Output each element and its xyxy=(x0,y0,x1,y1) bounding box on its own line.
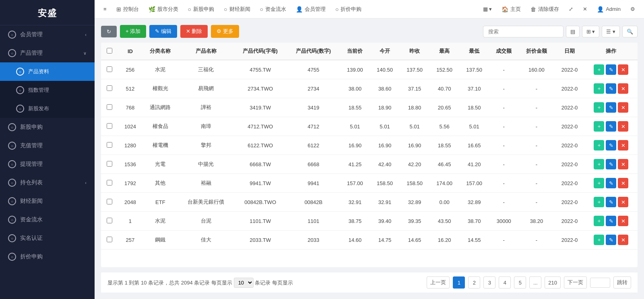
row-checkbox-6[interactable] xyxy=(107,180,112,186)
op-add-btn-7[interactable]: ＋ xyxy=(594,197,604,207)
row-checkbox-1[interactable] xyxy=(107,85,112,91)
nav-member-mgmt[interactable]: 👤 会员管理 xyxy=(292,3,330,15)
op-add-btn-0[interactable]: ＋ xyxy=(594,64,604,75)
row-checkbox-2[interactable] xyxy=(107,104,112,110)
cell-discount: 160.00 xyxy=(518,60,554,79)
sidebar-item-recharge[interactable]: ○ 充值管理 xyxy=(0,136,95,155)
row-checkbox-3[interactable] xyxy=(107,123,112,129)
sidebar-item-real-name[interactable]: ○ 实名认证 xyxy=(0,229,95,247)
page-btn-1[interactable]: 1 xyxy=(453,276,465,289)
nav-home[interactable]: 🏠 主页 xyxy=(497,3,525,15)
table-view-btn[interactable]: ▤ xyxy=(566,26,580,37)
row-checkbox-8[interactable] xyxy=(107,218,112,223)
row-checkbox-5[interactable] xyxy=(107,161,112,167)
more-button[interactable]: ⚙ 更多 xyxy=(211,25,239,38)
op-delete-btn-2[interactable]: ✕ xyxy=(618,102,628,113)
op-add-btn-6[interactable]: ＋ xyxy=(594,178,604,188)
layout-toggle-btn[interactable]: ▦ ▾ xyxy=(479,4,496,14)
nav-control-panel[interactable]: ⊞ 控制台 xyxy=(112,3,143,15)
cell-category: 通訊網路 xyxy=(142,98,178,117)
nav-new-stock-apply[interactable]: ○ 新股申购 xyxy=(184,3,218,15)
op-delete-btn-0[interactable]: ✕ xyxy=(618,64,628,75)
nav-fund-flow[interactable]: ○ 资金流水 xyxy=(256,3,290,15)
nav-settings[interactable]: ⚙ xyxy=(626,4,639,14)
cell-ops: ＋ ✎ ✕ xyxy=(585,79,638,98)
row-checkbox-7[interactable] xyxy=(107,199,112,204)
sidebar-item-product-mgmt[interactable]: ○ 产品管理 ∨ xyxy=(0,44,95,62)
sidebar: 安盛 ○ 会员管理 ‹ ○ 产品管理 ∨ ○ 产品资料 ○ 指数管理 ○ 新股发… xyxy=(0,0,95,299)
sidebar-item-member-mgmt[interactable]: ○ 会员管理 ‹ xyxy=(0,25,95,44)
nav-finance-news[interactable]: ○ 财经新闻 xyxy=(220,3,254,15)
search-btn[interactable]: 🔍 xyxy=(622,26,638,37)
op-edit-btn-4[interactable]: ✎ xyxy=(606,140,616,151)
nav-clear-cache[interactable]: 🗑 清除缓存 xyxy=(526,3,563,15)
row-checkbox-9[interactable] xyxy=(107,237,112,242)
page-btn-3[interactable]: 3 xyxy=(483,276,495,289)
delete-button[interactable]: ✕ 删除 xyxy=(180,25,208,38)
page-btn-last[interactable]: 210 xyxy=(545,276,561,289)
sidebar-item-new-stock-apply[interactable]: ○ 新股申购 xyxy=(0,118,95,136)
page-jump-input[interactable] xyxy=(590,278,610,288)
op-delete-btn-8[interactable]: ✕ xyxy=(618,216,628,226)
row-checkbox-4[interactable] xyxy=(107,142,112,148)
op-add-btn-9[interactable]: ＋ xyxy=(594,235,604,245)
op-delete-btn-6[interactable]: ✕ xyxy=(618,178,628,188)
cell-low: 137.50 xyxy=(459,60,489,79)
op-delete-btn-7[interactable]: ✕ xyxy=(618,197,628,207)
op-edit-btn-8[interactable]: ✎ xyxy=(606,216,616,226)
page-btn-2[interactable]: 2 xyxy=(468,276,480,289)
sidebar-item-new-stock-publish[interactable]: ○ 新股发布 xyxy=(0,99,95,118)
menu-toggle[interactable]: ≡ xyxy=(99,4,111,14)
op-edit-btn-1[interactable]: ✎ xyxy=(606,83,616,94)
add-button[interactable]: + 添加 xyxy=(120,25,146,38)
op-delete-btn-1[interactable]: ✕ xyxy=(618,83,628,94)
op-add-btn-4[interactable]: ＋ xyxy=(594,140,604,151)
sidebar-item-product-data[interactable]: ○ 产品资料 xyxy=(0,62,95,81)
cell-close: 42.20 xyxy=(400,155,429,174)
op-delete-btn-3[interactable]: ✕ xyxy=(618,121,628,132)
op-edit-btn-9[interactable]: ✎ xyxy=(606,235,616,245)
sidebar-item-withdraw[interactable]: ○ 提现管理 xyxy=(0,155,95,173)
sidebar-item-discount-apply[interactable]: ○ 折价申购 xyxy=(0,247,95,266)
nav-stock-category[interactable]: 🌿 股市分类 xyxy=(144,3,182,15)
sidebar-label-withdraw: 提现管理 xyxy=(20,161,87,168)
op-add-btn-8[interactable]: ＋ xyxy=(594,216,604,226)
grid-view-btn[interactable]: ⊞ ▾ xyxy=(582,26,600,37)
cell-category: 權食品 xyxy=(142,117,178,136)
row-checkbox-0[interactable] xyxy=(107,66,112,72)
op-add-btn-5[interactable]: ＋ xyxy=(594,159,604,169)
sidebar-item-finance-news[interactable]: ○ 财经新闻 xyxy=(0,192,95,210)
nav-discount-apply[interactable]: ○ 折价申购 xyxy=(331,3,365,15)
op-add-btn-3[interactable]: ＋ xyxy=(594,121,604,132)
page-jump-btn[interactable]: 跳转 xyxy=(613,276,631,289)
column-settings-btn[interactable]: ☰ ▾ xyxy=(602,26,620,37)
sidebar-item-hold-list[interactable]: ○ 持仓列表 ‹ xyxy=(0,173,95,192)
sidebar-item-fund-flow[interactable]: ○ 资金流水 xyxy=(0,210,95,229)
page-btn-5[interactable]: 5 xyxy=(514,276,526,289)
op-edit-btn-0[interactable]: ✎ xyxy=(606,64,616,75)
nav-refresh[interactable]: ⤢ xyxy=(565,4,577,14)
edit-button[interactable]: ✎ 编辑 xyxy=(149,25,177,38)
refresh-button[interactable]: ↻ xyxy=(101,26,117,37)
op-delete-btn-4[interactable]: ✕ xyxy=(618,140,628,151)
select-all-checkbox[interactable] xyxy=(107,48,112,54)
op-add-btn-1[interactable]: ＋ xyxy=(594,83,604,94)
nav-admin[interactable]: 👤 Admin xyxy=(593,4,625,15)
prev-page-btn[interactable]: 上一页 xyxy=(427,276,450,289)
op-add-btn-2[interactable]: ＋ xyxy=(594,102,604,113)
op-delete-btn-5[interactable]: ✕ xyxy=(618,159,628,169)
page-btn-4[interactable]: 4 xyxy=(499,276,511,289)
op-edit-btn-6[interactable]: ✎ xyxy=(606,178,616,188)
op-edit-btn-2[interactable]: ✎ xyxy=(606,102,616,113)
op-edit-btn-7[interactable]: ✎ xyxy=(606,197,616,207)
th-checkbox xyxy=(101,43,118,60)
page-size-select[interactable]: 10 20 50 xyxy=(234,278,254,288)
cell-ops: ＋ ✎ ✕ xyxy=(585,212,638,231)
op-edit-btn-5[interactable]: ✎ xyxy=(606,159,616,169)
nav-close[interactable]: ✕ xyxy=(579,4,591,14)
search-input[interactable] xyxy=(483,26,564,37)
op-delete-btn-9[interactable]: ✕ xyxy=(618,235,628,245)
op-edit-btn-3[interactable]: ✎ xyxy=(606,121,616,132)
next-page-btn[interactable]: 下一页 xyxy=(564,276,587,289)
sidebar-item-index-mgmt[interactable]: ○ 指数管理 xyxy=(0,81,95,99)
